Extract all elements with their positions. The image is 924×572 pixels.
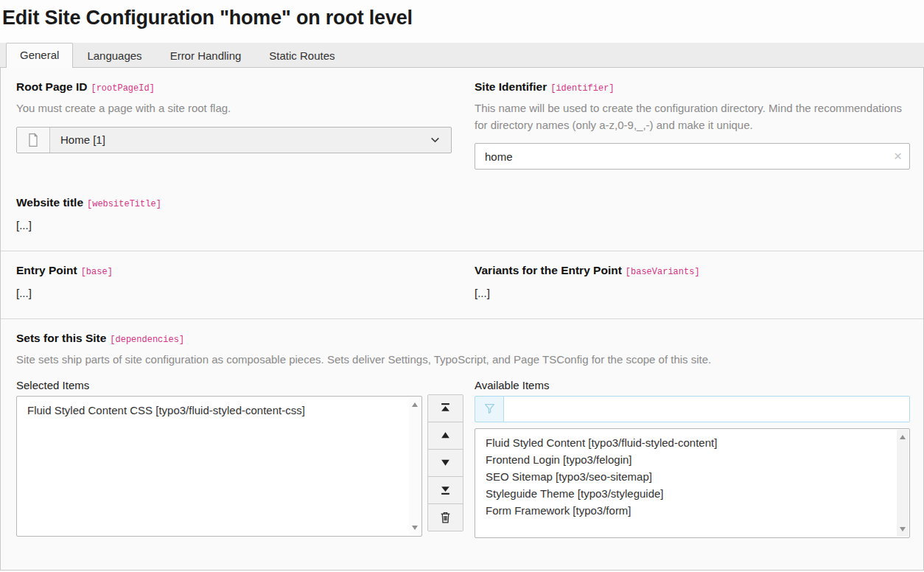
move-bottom-icon	[440, 484, 451, 495]
field-code: [identifier]	[550, 83, 614, 94]
move-top-icon	[440, 402, 451, 414]
entry-point-collapsed-toggle[interactable]: [...]	[16, 287, 32, 299]
field-label: Website title[websiteTitle]	[16, 196, 910, 209]
field-site-identifier: Site Identifier[identifier] This name wi…	[475, 80, 910, 170]
field-description: You must create a page with a site root …	[16, 100, 452, 117]
field-root-page-id: Root Page ID[rootPageId] You must create…	[16, 80, 452, 170]
root-page-select-value: Home [1]	[50, 128, 451, 153]
tab-content-panel: Root Page ID[rootPageId] You must create…	[0, 68, 924, 571]
field-label: Variants for the Entry Point[baseVariant…	[475, 264, 910, 277]
field-code: [rootPageId]	[91, 83, 154, 94]
list-item[interactable]: Frontend Login [typo3/felogin]	[486, 451, 890, 468]
field-description: This name will be used to create the con…	[475, 100, 910, 133]
tab-error-handling[interactable]: Error Handling	[156, 43, 256, 68]
root-page-select[interactable]: Home [1]	[16, 127, 452, 153]
list-item[interactable]: Styleguide Theme [typo3/styleguide]	[486, 485, 890, 502]
clear-icon[interactable]: ×	[894, 149, 902, 163]
field-label-text: Sets for this Site	[16, 332, 106, 344]
field-code: [base]	[81, 267, 113, 277]
move-to-bottom-button[interactable]	[427, 476, 463, 504]
list-item[interactable]: Fluid Styled Content [typo3/fluid-styled…	[486, 434, 890, 451]
field-base-variants: Variants for the Entry Point[baseVariant…	[475, 264, 910, 299]
site-identifier-input[interactable]	[475, 143, 910, 170]
multiselect-button-column	[427, 394, 463, 538]
move-to-top-button[interactable]	[427, 394, 463, 422]
field-label-text: Entry Point	[16, 264, 77, 276]
field-label: Sets for this Site[dependencies]	[16, 332, 910, 345]
page-icon	[17, 128, 50, 153]
move-up-button[interactable]	[427, 422, 463, 450]
trash-icon	[439, 511, 452, 524]
move-up-icon	[440, 430, 451, 441]
selected-items-label: Selected Items	[16, 379, 422, 391]
scroll-up-icon[interactable]	[412, 402, 418, 407]
scroll-down-icon[interactable]	[900, 527, 906, 531]
field-website-title: Website title[websiteTitle] [...]	[16, 196, 910, 231]
list-item[interactable]: Fluid Styled Content CSS [typo3/fluid-st…	[27, 402, 402, 419]
chevron-down-icon	[430, 134, 441, 145]
scroll-up-icon[interactable]	[900, 435, 906, 439]
field-label: Root Page ID[rootPageId]	[16, 80, 452, 94]
field-code: [baseVariants]	[626, 267, 700, 277]
selected-option-text: Home [1]	[60, 133, 105, 146]
field-code: [websiteTitle]	[87, 199, 161, 209]
field-label-text: Website title	[16, 196, 83, 209]
page-title: Edit Site Configuration "home" on root l…	[0, 0, 924, 43]
available-items-filter-input[interactable]	[504, 396, 910, 422]
available-items-filter	[475, 396, 910, 422]
available-items-list[interactable]: Fluid Styled Content [typo3/fluid-styled…	[475, 428, 910, 538]
field-entry-point: Entry Point[base] [...]	[16, 264, 452, 299]
section-root-identifier: Root Page ID[rootPageId] You must create…	[1, 68, 923, 251]
section-dependencies: Sets for this Site[dependencies] Site se…	[1, 319, 923, 557]
list-item[interactable]: Form Framework [typo3/form]	[486, 502, 890, 519]
tab-languages[interactable]: Languages	[73, 43, 155, 68]
field-label: Entry Point[base]	[16, 264, 452, 277]
field-description: Site sets ship parts of site configurati…	[16, 352, 910, 369]
list-item[interactable]: SEO Sitemap [typo3/seo-sitemap]	[486, 468, 890, 485]
selected-items-list[interactable]: Fluid Styled Content CSS [typo3/fluid-st…	[16, 396, 422, 537]
field-label-text: Root Page ID	[16, 80, 87, 93]
tab-general[interactable]: General	[6, 43, 73, 68]
section-entry-point: Entry Point[base] [...] Variants for the…	[1, 251, 923, 319]
move-down-button[interactable]	[427, 449, 463, 477]
scrollbar[interactable]	[897, 430, 909, 537]
website-title-collapsed-toggle[interactable]: [...]	[16, 219, 32, 231]
field-code: [dependencies]	[110, 335, 184, 345]
scrollbar[interactable]	[409, 397, 421, 535]
available-items-label: Available Items	[475, 379, 910, 391]
move-down-icon	[440, 457, 451, 468]
field-label-text: Variants for the Entry Point	[475, 264, 622, 276]
field-label-text: Site Identifier	[475, 80, 547, 93]
tab-static-routes[interactable]: Static Routes	[255, 43, 349, 68]
scroll-down-icon[interactable]	[412, 526, 418, 530]
filter-funnel-icon	[475, 396, 504, 422]
base-variants-collapsed-toggle[interactable]: [...]	[475, 287, 490, 299]
field-label: Site Identifier[identifier]	[475, 80, 910, 94]
delete-button[interactable]	[427, 503, 463, 531]
tabbar: General Languages Error Handling Static …	[0, 43, 924, 68]
